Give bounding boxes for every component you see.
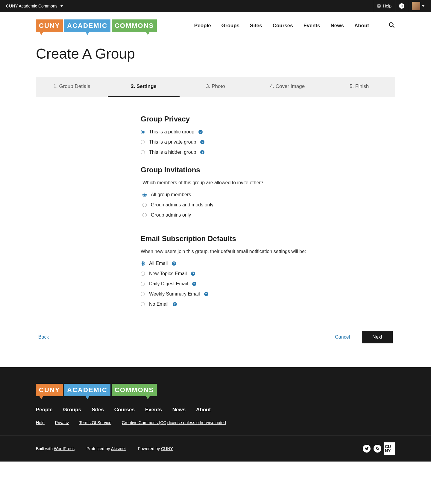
radio-invite-mods[interactable]: Group admins and mods only xyxy=(141,202,317,208)
cancel-button[interactable]: Cancel xyxy=(335,334,350,340)
nav-courses[interactable]: Courses xyxy=(273,23,293,29)
chevron-down-icon xyxy=(60,5,63,7)
svg-point-2 xyxy=(376,450,377,450)
radio-hidden-group[interactable]: This is a hidden group ? xyxy=(141,150,317,155)
radio-label: All Email xyxy=(149,261,168,266)
rss-icon[interactable] xyxy=(374,445,381,453)
next-button[interactable]: Next xyxy=(362,331,393,343)
footer-nav: People Groups Sites Courses Events News … xyxy=(36,407,395,413)
cuny-link[interactable]: CUNY xyxy=(161,446,173,451)
section-title-email: Email Subscription Defaults xyxy=(141,235,317,243)
radio-invite-all[interactable]: All group members xyxy=(141,192,317,197)
topbar-site-dropdown[interactable]: CUNY Academic Commons xyxy=(6,4,63,8)
footer-nav-sites[interactable]: Sites xyxy=(92,407,104,413)
footer-nav-news[interactable]: News xyxy=(172,407,186,413)
radio-label: Weekly Summary Email xyxy=(149,291,200,297)
actions-row: Back Cancel Next xyxy=(36,331,395,343)
logo-word-3: COMMONS xyxy=(112,19,157,32)
section-title-invitations: Group Invitations xyxy=(141,166,317,174)
radio-icon xyxy=(141,272,145,276)
radio-email-daily[interactable]: Daily Digest Email ? xyxy=(141,281,317,287)
site-footer: CUNY ACADEMIC COMMONS People Groups Site… xyxy=(0,367,431,462)
chevron-down-icon xyxy=(422,5,424,7)
radio-icon xyxy=(141,150,145,154)
tooltip-icon[interactable]: ? xyxy=(172,261,176,266)
logo-word-1: CUNY xyxy=(36,19,63,32)
footer-cc[interactable]: Creative Commons (CC) license unless oth… xyxy=(122,420,226,425)
logo-word-2: ACADEMIC xyxy=(64,19,110,32)
tooltip-icon[interactable]: ? xyxy=(204,292,208,296)
radio-label: Daily Digest Email xyxy=(149,281,188,287)
wordpress-link[interactable]: WordPress xyxy=(54,446,75,451)
radio-private-group[interactable]: This is a private group ? xyxy=(141,139,317,145)
tooltip-icon[interactable]: ? xyxy=(173,302,177,306)
footer-nav-about[interactable]: About xyxy=(196,407,211,413)
section-title-privacy: Group Privacy xyxy=(141,115,317,123)
radio-icon xyxy=(142,213,147,217)
footer-nav-courses[interactable]: Courses xyxy=(114,407,135,413)
user-menu[interactable] xyxy=(408,0,428,12)
step-cover-image[interactable]: 4. Cover Image xyxy=(251,77,323,97)
footer-nav-events[interactable]: Events xyxy=(145,407,162,413)
back-button[interactable]: Back xyxy=(38,334,49,340)
help-link[interactable]: ? Help xyxy=(373,0,395,12)
site-logo[interactable]: CUNY ACADEMIC COMMONS xyxy=(36,19,157,32)
nav-news[interactable]: News xyxy=(330,23,344,29)
twitter-icon[interactable] xyxy=(363,445,371,453)
stepper: 1. Group Detials 2. Settings 3. Photo 4.… xyxy=(36,77,395,97)
nav-events[interactable]: Events xyxy=(303,23,320,29)
nav-people[interactable]: People xyxy=(194,23,211,29)
radio-label: No Email xyxy=(149,302,169,307)
nav-groups[interactable]: Groups xyxy=(221,23,239,29)
logo-word-1: CUNY xyxy=(36,384,63,396)
akismet-link[interactable]: Akismet xyxy=(111,446,126,451)
radio-icon xyxy=(141,130,145,134)
email-desc: When new users join this group, their de… xyxy=(141,249,317,254)
footer-privacy[interactable]: Privacy xyxy=(55,420,69,425)
radio-icon xyxy=(141,282,145,286)
radio-label: All group members xyxy=(151,192,191,197)
radio-invite-admins[interactable]: Group admins only xyxy=(141,212,317,218)
radio-email-weekly[interactable]: Weekly Summary Email ? xyxy=(141,291,317,297)
tooltip-icon[interactable]: ? xyxy=(200,140,204,144)
footer-credits: Built with WordPress Protected by Akisme… xyxy=(36,446,173,451)
powered-by: Powered by CUNY xyxy=(138,446,173,451)
form-area: Group Privacy This is a public group ? T… xyxy=(114,115,317,307)
built-with: Built with WordPress xyxy=(36,446,75,451)
step-photo[interactable]: 3. Photo xyxy=(180,77,251,97)
svg-point-0 xyxy=(389,23,393,27)
radio-label: This is a public group xyxy=(149,129,194,135)
tooltip-icon[interactable]: ? xyxy=(200,150,204,154)
footer-tos[interactable]: Terms Of Service xyxy=(79,420,111,425)
search-icon[interactable] xyxy=(388,22,395,30)
cuny-logo-icon[interactable]: CU NY xyxy=(384,442,395,455)
radio-icon xyxy=(141,261,145,266)
radio-email-all[interactable]: All Email ? xyxy=(141,261,317,266)
footer-nav-groups[interactable]: Groups xyxy=(63,407,81,413)
radio-icon xyxy=(141,292,145,296)
svg-line-1 xyxy=(393,26,394,28)
step-group-details[interactable]: 1. Group Detials xyxy=(36,77,108,97)
footer-nav-people[interactable]: People xyxy=(36,407,53,413)
notifications-button[interactable]: 0 xyxy=(395,0,408,12)
help-label: Help xyxy=(383,4,391,8)
invitations-question: Which members of this group are allowed … xyxy=(142,180,317,185)
radio-email-new-topics[interactable]: New Topics Email ? xyxy=(141,271,317,276)
tooltip-icon[interactable]: ? xyxy=(198,130,203,134)
tooltip-icon[interactable]: ? xyxy=(191,272,195,276)
nav-about[interactable]: About xyxy=(354,23,369,29)
logo-word-3: COMMONS xyxy=(112,384,157,396)
step-settings[interactable]: 2. Settings xyxy=(108,77,180,97)
radio-email-none[interactable]: No Email ? xyxy=(141,302,317,307)
radio-icon xyxy=(142,193,147,197)
nav-sites[interactable]: Sites xyxy=(250,23,262,29)
radio-label: This is a private group xyxy=(149,139,196,145)
radio-public-group[interactable]: This is a public group ? xyxy=(141,129,317,135)
footer-logo[interactable]: CUNY ACADEMIC COMMONS xyxy=(36,384,395,396)
radio-label: New Topics Email xyxy=(149,271,187,276)
footer-help[interactable]: Help xyxy=(36,420,45,425)
site-header: CUNY ACADEMIC COMMONS People Groups Site… xyxy=(0,12,431,39)
help-icon: ? xyxy=(377,4,381,8)
tooltip-icon[interactable]: ? xyxy=(192,282,196,286)
step-finish[interactable]: 5. Finish xyxy=(323,77,395,97)
